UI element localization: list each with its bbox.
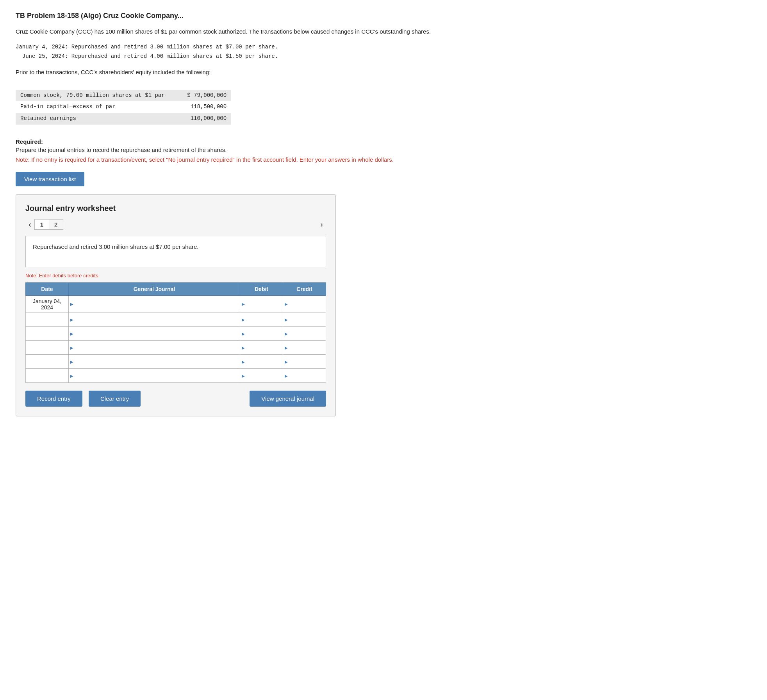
next-page-button[interactable]: › <box>317 219 326 230</box>
pagination-left: ‹ 1 2 <box>25 219 63 230</box>
gj-input-2[interactable] <box>69 313 240 326</box>
debit-input-1[interactable] <box>240 297 283 311</box>
required-label: Required: <box>16 138 453 145</box>
debit-cell-6[interactable] <box>240 369 283 383</box>
equity-label-2: Paid-in capital—excess of par <box>16 101 169 113</box>
gj-input-6[interactable] <box>69 369 240 382</box>
equity-value-3: 110,000,000 <box>169 113 231 125</box>
pagination-row: ‹ 1 2 › <box>25 219 326 230</box>
credit-cell-1[interactable] <box>283 296 326 312</box>
clear-entry-button[interactable]: Clear entry <box>89 391 141 407</box>
debit-cell-5[interactable] <box>240 355 283 369</box>
date-cell-5 <box>26 355 69 369</box>
debit-input-3[interactable] <box>240 327 283 340</box>
debit-input-2[interactable] <box>240 313 283 326</box>
problem-description: Cruz Cookie Company (CCC) has 100 millio… <box>16 27 453 36</box>
col-header-date: Date <box>26 283 69 296</box>
equity-label-3: Retained earnings <box>16 113 169 125</box>
table-row <box>26 312 326 327</box>
worksheet-title: Journal entry worksheet <box>25 204 326 213</box>
journal-table-header: Date General Journal Debit Credit <box>26 283 326 296</box>
credit-input-3[interactable] <box>283 327 326 340</box>
gj-input-4[interactable] <box>69 341 240 354</box>
gj-cell-2[interactable] <box>69 312 240 327</box>
gj-input-5[interactable] <box>69 355 240 368</box>
debit-input-4[interactable] <box>240 341 283 354</box>
date-cell-2 <box>26 312 69 327</box>
table-row <box>26 327 326 341</box>
debit-input-5[interactable] <box>240 355 283 368</box>
journal-table: Date General Journal Debit Credit Januar… <box>25 282 326 383</box>
credit-cell-6[interactable] <box>283 369 326 383</box>
equity-row-1: Common stock, 79.00 million shares at $1… <box>16 90 231 102</box>
gj-cell-3[interactable] <box>69 327 240 341</box>
action-buttons: Record entry Clear entry View general jo… <box>25 391 326 407</box>
credit-cell-2[interactable] <box>283 312 326 327</box>
equity-value-2: 118,500,000 <box>169 101 231 113</box>
credit-input-1[interactable] <box>283 297 326 311</box>
gj-cell-1[interactable] <box>69 296 240 312</box>
table-row <box>26 341 326 355</box>
page-2-number[interactable]: 2 <box>49 219 63 230</box>
debit-cell-1[interactable] <box>240 296 283 312</box>
credit-input-5[interactable] <box>283 355 326 368</box>
gj-cell-5[interactable] <box>69 355 240 369</box>
gj-input-1[interactable] <box>69 297 240 311</box>
view-transaction-button[interactable]: View transaction list <box>16 172 84 186</box>
equity-table: Common stock, 79.00 million shares at $1… <box>16 90 231 125</box>
col-header-debit: Debit <box>240 283 283 296</box>
gj-input-3[interactable] <box>69 327 240 340</box>
note-red: Note: If no entry is required for a tran… <box>16 155 453 164</box>
note-debits: Note: Enter debits before credits. <box>25 273 326 279</box>
gj-cell-6[interactable] <box>69 369 240 383</box>
table-row <box>26 355 326 369</box>
col-header-credit: Credit <box>283 283 326 296</box>
table-row <box>26 369 326 383</box>
debit-cell-3[interactable] <box>240 327 283 341</box>
required-text: Prepare the journal entries to record th… <box>16 146 453 153</box>
page-1-number[interactable]: 1 <box>34 219 49 230</box>
debit-cell-4[interactable] <box>240 341 283 355</box>
credit-input-2[interactable] <box>283 313 326 326</box>
record-entry-button[interactable]: Record entry <box>25 391 82 407</box>
credit-input-6[interactable] <box>283 369 326 382</box>
equity-label-1: Common stock, 79.00 million shares at $1… <box>16 90 169 102</box>
equity-row-2: Paid-in capital—excess of par 118,500,00… <box>16 101 231 113</box>
view-general-journal-button[interactable]: View general journal <box>250 391 326 407</box>
gj-cell-4[interactable] <box>69 341 240 355</box>
credit-cell-3[interactable] <box>283 327 326 341</box>
prev-page-button[interactable]: ‹ <box>25 219 34 230</box>
col-header-general-journal: General Journal <box>69 283 240 296</box>
equity-value-1: $ 79,000,000 <box>169 90 231 102</box>
date-cell-3 <box>26 327 69 341</box>
credit-cell-5[interactable] <box>283 355 326 369</box>
table-row: January 04,2024 <box>26 296 326 312</box>
date-cell-6 <box>26 369 69 383</box>
debit-cell-2[interactable] <box>240 312 283 327</box>
prior-text: Prior to the transactions, CCC's shareho… <box>16 68 453 77</box>
debit-input-6[interactable] <box>240 369 283 382</box>
date-cell-4 <box>26 341 69 355</box>
credit-cell-4[interactable] <box>283 341 326 355</box>
equity-row-3: Retained earnings 110,000,000 <box>16 113 231 125</box>
credit-input-4[interactable] <box>283 341 326 354</box>
transaction-description-box: Repurchased and retired 3.00 million sha… <box>25 236 326 267</box>
journal-entry-worksheet: Journal entry worksheet ‹ 1 2 › Repurcha… <box>16 194 336 416</box>
date-cell-1: January 04,2024 <box>26 296 69 312</box>
transactions-block: January 4, 2024: Repurchased and retired… <box>16 43 453 61</box>
problem-title: TB Problem 18-158 (Algo) Cruz Cookie Com… <box>16 12 453 20</box>
